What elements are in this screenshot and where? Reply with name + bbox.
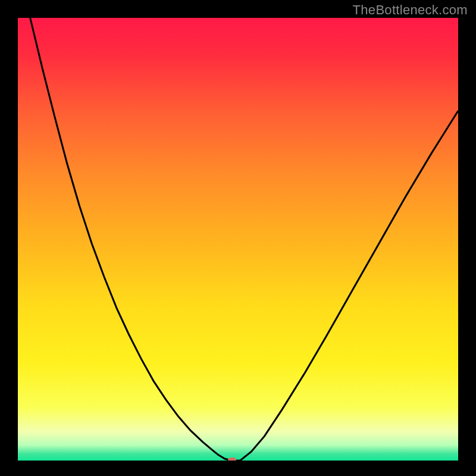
minimum-marker (228, 458, 236, 461)
chart-svg (18, 18, 458, 461)
gradient-background (18, 18, 458, 461)
plot-area (18, 18, 458, 461)
watermark-label: TheBottleneck.com (353, 2, 468, 18)
chart-stage: TheBottleneck.com (0, 0, 476, 476)
